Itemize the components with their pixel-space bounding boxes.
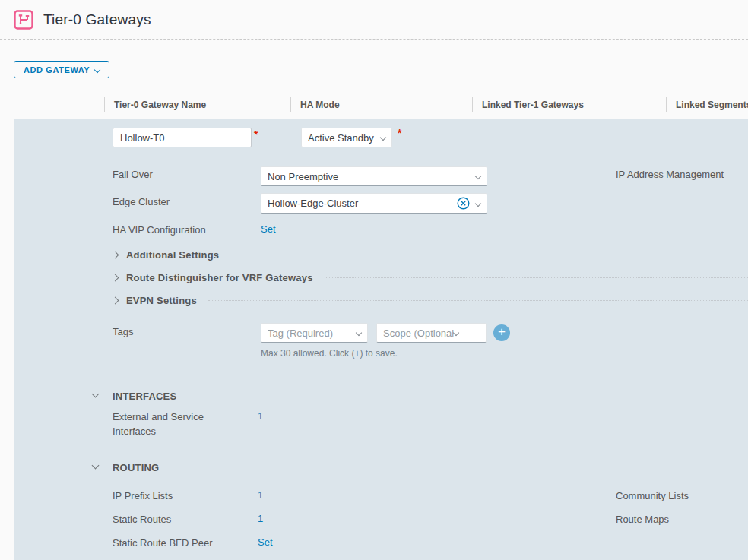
chevron-down-icon xyxy=(380,134,386,141)
gateway-name-input[interactable] xyxy=(113,128,252,147)
chevron-down-icon xyxy=(453,330,459,336)
external-interfaces-count-link[interactable]: 1 xyxy=(258,410,263,422)
scope-placeholder: Scope (Optional) xyxy=(383,327,454,339)
chevron-down-icon xyxy=(475,200,481,206)
column-header-ha-mode[interactable]: HA Mode xyxy=(291,90,472,119)
external-service-interfaces-label: External and Service Interfaces xyxy=(113,410,219,438)
dotted-leader xyxy=(230,255,748,255)
section-label: Route Distinguisher for VRF Gateways xyxy=(126,272,313,283)
column-header-linked-tier1[interactable]: Linked Tier-1 Gateways xyxy=(473,90,666,119)
scope-select[interactable]: Scope (Optional) xyxy=(376,323,487,343)
gateway-table-header: Tier-0 Gateway Name HA Mode Linked Tier-… xyxy=(14,90,748,119)
section-label: Additional Settings xyxy=(126,249,219,261)
clear-selection-icon[interactable] xyxy=(457,197,470,210)
tag-select[interactable]: Tag (Required) xyxy=(261,323,368,343)
edge-cluster-label: Edge Cluster xyxy=(113,195,170,208)
section-divider xyxy=(113,160,748,160)
dotted-leader xyxy=(208,300,748,301)
chevron-down-icon[interactable] xyxy=(92,391,100,398)
ha-vip-set-link[interactable]: Set xyxy=(261,223,276,235)
fail-over-label: Fail Over xyxy=(113,168,153,181)
tags-label: Tags xyxy=(113,325,133,338)
tier0-gateway-icon xyxy=(14,10,33,30)
community-lists-label: Community Lists xyxy=(616,489,689,502)
column-header-empty xyxy=(14,90,104,119)
add-tag-button[interactable]: + xyxy=(493,324,510,341)
tier0-gateways-page: Tier-0 Gateways ADD GATEWAY Tier-0 Gatew… xyxy=(0,0,748,560)
routing-section-title[interactable]: ROUTING xyxy=(113,462,159,473)
chevron-down-icon xyxy=(475,173,481,179)
ip-prefix-lists-label: IP Prefix Lists xyxy=(113,489,173,502)
route-maps-label: Route Maps xyxy=(616,513,669,526)
section-route-distinguisher[interactable]: Route Distinguisher for VRF Gateways xyxy=(113,272,748,283)
chevron-down-icon[interactable] xyxy=(92,462,100,470)
add-gateway-label: ADD GATEWAY xyxy=(24,65,90,74)
page-title: Tier-0 Gateways xyxy=(43,11,151,28)
edge-cluster-value: Hollow-Edge-Cluster xyxy=(268,198,457,209)
add-gateway-button[interactable]: ADD GATEWAY xyxy=(14,61,109,78)
tags-hint: Max 30 allowed. Click (+) to save. xyxy=(261,348,398,359)
fail-over-select[interactable]: Non Preemptive xyxy=(261,166,487,186)
ip-prefix-lists-count-link[interactable]: 1 xyxy=(258,489,263,501)
fail-over-value: Non Preemptive xyxy=(268,171,476,182)
ha-vip-label: HA VIP Configuration xyxy=(113,223,206,236)
ha-mode-value: Active Standby xyxy=(308,132,381,144)
required-asterisk: * xyxy=(398,127,401,139)
gateway-edit-row: * Active Standby * Fail Over Non Preempt… xyxy=(14,119,748,560)
ha-mode-select[interactable]: Active Standby xyxy=(301,128,392,147)
static-route-bfd-peer-label: Static Route BFD Peer xyxy=(113,536,213,549)
edge-cluster-select[interactable]: Hollow-Edge-Cluster xyxy=(261,193,487,214)
dotted-leader xyxy=(325,277,748,278)
static-route-bfd-set-link[interactable]: Set xyxy=(258,536,273,548)
section-additional-settings[interactable]: Additional Settings xyxy=(113,249,748,261)
chevron-down-icon xyxy=(94,66,100,72)
section-label: EVPN Settings xyxy=(126,295,197,306)
chevron-down-icon xyxy=(356,330,362,336)
chevron-right-icon xyxy=(112,274,119,282)
column-header-linked-segments[interactable]: Linked Segments xyxy=(667,90,748,119)
chevron-right-icon xyxy=(112,297,119,305)
tag-placeholder: Tag (Required) xyxy=(268,327,357,339)
interfaces-section-title[interactable]: INTERFACES xyxy=(113,391,176,402)
page-header: Tier-0 Gateways xyxy=(0,0,748,40)
required-asterisk: * xyxy=(254,128,258,141)
static-routes-count-link[interactable]: 1 xyxy=(258,513,263,524)
section-evpn-settings[interactable]: EVPN Settings xyxy=(113,295,748,306)
chevron-right-icon xyxy=(112,252,119,259)
column-header-gateway-name[interactable]: Tier-0 Gateway Name xyxy=(105,90,290,119)
static-routes-label: Static Routes xyxy=(113,513,171,526)
ip-address-management-label: IP Address Management xyxy=(616,168,724,181)
